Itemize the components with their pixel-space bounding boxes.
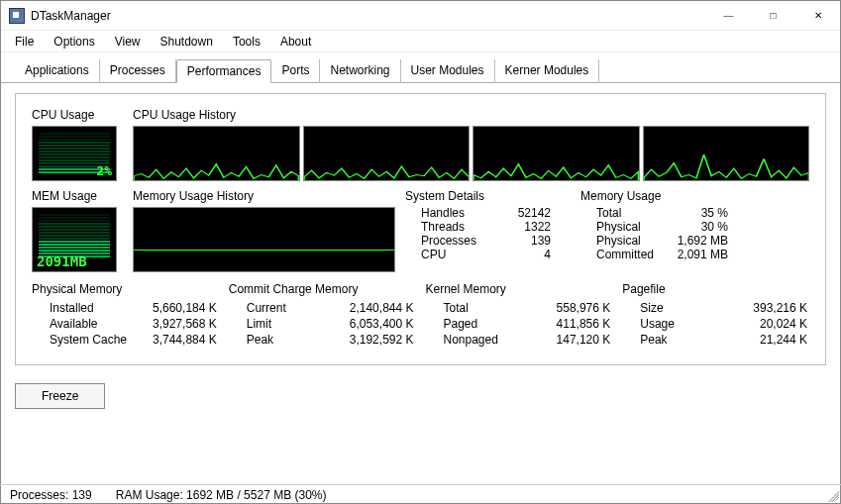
pm-available-value: 3,927,568 K bbox=[143, 317, 217, 331]
mem-history-line bbox=[134, 250, 394, 251]
mem-history-group: Memory Usage History bbox=[133, 189, 395, 272]
tab-processes[interactable]: Processes bbox=[100, 59, 176, 83]
cpu-usage-meter: 2% bbox=[32, 126, 117, 181]
pf-size-label: Size bbox=[624, 301, 711, 315]
commit-charge-group: Commit Charge Memory Current2,140,844 K … bbox=[229, 282, 416, 349]
tab-ports[interactable]: Ports bbox=[271, 59, 320, 83]
cc-peak-value: 3,192,592 K bbox=[317, 333, 414, 347]
resize-grip-icon[interactable] bbox=[825, 488, 839, 502]
menu-options[interactable]: Options bbox=[44, 33, 104, 50]
mem-total-label: Total bbox=[580, 206, 674, 220]
close-button[interactable]: ✕ bbox=[795, 1, 840, 30]
tab-kernel-modules[interactable]: Kerner Modules bbox=[495, 59, 600, 83]
pm-installed-value: 5,660,184 K bbox=[143, 301, 217, 315]
system-details-group: System Details Handles52142 Threads1322 … bbox=[405, 189, 551, 272]
system-details-label: System Details bbox=[405, 189, 551, 203]
menu-about[interactable]: About bbox=[270, 33, 321, 50]
memory-usage-group: Memory Usage Total35 % Physical30 % Phys… bbox=[580, 189, 728, 272]
kernel-memory-group: Kernel Memory Total558,976 K Paged411,85… bbox=[426, 282, 613, 349]
km-nonpaged-label: Nonpaged bbox=[428, 333, 530, 347]
tab-applications[interactable]: Applications bbox=[15, 59, 100, 83]
cpu-history-strip bbox=[133, 126, 809, 181]
cpu-history-group: CPU Usage History bbox=[133, 108, 809, 181]
pm-cache-label: System Cache bbox=[34, 333, 141, 347]
memory-usage-label: Memory Usage bbox=[580, 189, 728, 203]
pm-available-label: Available bbox=[34, 317, 141, 331]
tab-performances[interactable]: Performances bbox=[176, 59, 272, 83]
mem-total-value: 35 % bbox=[674, 206, 728, 220]
window-title: DTaskManager bbox=[31, 9, 706, 23]
cc-current-value: 2,140,844 K bbox=[317, 301, 414, 315]
mem-physical-pct-label: Physical bbox=[580, 220, 674, 234]
kernel-memory-label: Kernel Memory bbox=[426, 282, 613, 296]
mem-history-label: Memory Usage History bbox=[133, 189, 395, 203]
pf-peak-value: 21,244 K bbox=[713, 333, 807, 347]
pf-peak-label: Peak bbox=[624, 333, 711, 347]
pf-size-value: 393,216 K bbox=[713, 301, 807, 315]
mem-usage-meter: 2091MB bbox=[32, 207, 117, 272]
menu-file[interactable]: File bbox=[5, 33, 44, 50]
mem-physical-mb-label: Physical bbox=[580, 234, 674, 248]
status-processes: Processes: 139 bbox=[10, 488, 92, 501]
cpu-history-core1 bbox=[303, 126, 471, 181]
pf-usage-label: Usage bbox=[624, 317, 711, 331]
cpu-usage-value: 2% bbox=[96, 163, 112, 178]
threads-label: Threads bbox=[405, 220, 496, 234]
tab-user-modules[interactable]: User Modules bbox=[401, 59, 495, 83]
mem-usage-group: MEM Usage 2091MB bbox=[32, 189, 123, 272]
commit-charge-label: Commit Charge Memory bbox=[229, 282, 416, 296]
mem-usage-label: MEM Usage bbox=[32, 189, 123, 203]
mem-history-chart bbox=[133, 207, 395, 272]
tab-content: CPU Usage 2% CPU Usage History MEM Usage bbox=[1, 83, 840, 375]
km-paged-value: 411,856 K bbox=[532, 317, 610, 331]
physical-memory-group: Physical Memory Installed5,660,184 K Ava… bbox=[32, 282, 219, 349]
processes-label: Processes bbox=[405, 234, 496, 248]
km-paged-label: Paged bbox=[428, 317, 530, 331]
cpu-history-core0 bbox=[133, 126, 300, 181]
pagefile-group: Pagefile Size393,216 K Usage20,024 K Pea… bbox=[622, 282, 809, 349]
footer-buttons: Freeze bbox=[1, 375, 840, 417]
handles-label: Handles bbox=[405, 206, 496, 220]
performance-panel: CPU Usage 2% CPU Usage History MEM Usage bbox=[15, 93, 826, 365]
cc-current-label: Current bbox=[231, 301, 315, 315]
status-ram: RAM Usage: 1692 MB / 5527 MB (30%) bbox=[116, 488, 327, 501]
km-nonpaged-value: 147,120 K bbox=[532, 333, 610, 347]
menu-tools[interactable]: Tools bbox=[223, 33, 270, 50]
mem-committed-value: 2,091 MB bbox=[674, 248, 728, 261]
cpu-history-core3 bbox=[643, 126, 810, 181]
handles-value: 52142 bbox=[496, 206, 551, 220]
tab-networking[interactable]: Networking bbox=[320, 59, 400, 83]
physical-memory-label: Physical Memory bbox=[32, 282, 219, 296]
menu-shutdown[interactable]: Shutdown bbox=[151, 33, 223, 50]
menu-view[interactable]: View bbox=[105, 33, 151, 50]
mem-physical-pct-value: 30 % bbox=[674, 220, 728, 234]
freeze-button[interactable]: Freeze bbox=[15, 383, 105, 409]
mem-usage-value: 2091MB bbox=[37, 253, 87, 269]
pm-cache-value: 3,744,884 K bbox=[143, 333, 217, 347]
km-total-value: 558,976 K bbox=[532, 301, 610, 315]
pm-installed-label: Installed bbox=[34, 301, 141, 315]
pf-usage-value: 20,024 K bbox=[713, 317, 807, 331]
titlebar: DTaskManager — □ ✕ bbox=[1, 1, 840, 31]
app-icon bbox=[9, 8, 25, 24]
statusbar: Processes: 139 RAM Usage: 1692 MB / 5527… bbox=[0, 484, 841, 504]
cpu-history-label: CPU Usage History bbox=[133, 108, 809, 122]
km-total-label: Total bbox=[428, 301, 530, 315]
window-controls: — □ ✕ bbox=[706, 1, 840, 30]
cpu-count-value: 4 bbox=[496, 248, 551, 261]
threads-value: 1322 bbox=[496, 220, 551, 234]
menubar: File Options View Shutdown Tools About bbox=[1, 31, 840, 52]
tabbar: Applications Processes Performances Port… bbox=[1, 52, 840, 83]
cc-peak-label: Peak bbox=[231, 333, 315, 347]
mem-committed-label: Committed bbox=[580, 248, 674, 261]
processes-value: 139 bbox=[496, 234, 551, 248]
cc-limit-label: Limit bbox=[231, 317, 315, 331]
cpu-history-core2 bbox=[473, 126, 640, 181]
mem-physical-mb-value: 1,692 MB bbox=[674, 234, 728, 248]
cc-limit-value: 6,053,400 K bbox=[317, 317, 414, 331]
maximize-button[interactable]: □ bbox=[751, 1, 795, 30]
cpu-usage-label: CPU Usage bbox=[32, 108, 123, 122]
cpu-count-label: CPU bbox=[405, 248, 496, 261]
pagefile-label: Pagefile bbox=[622, 282, 809, 296]
minimize-button[interactable]: — bbox=[706, 1, 751, 30]
